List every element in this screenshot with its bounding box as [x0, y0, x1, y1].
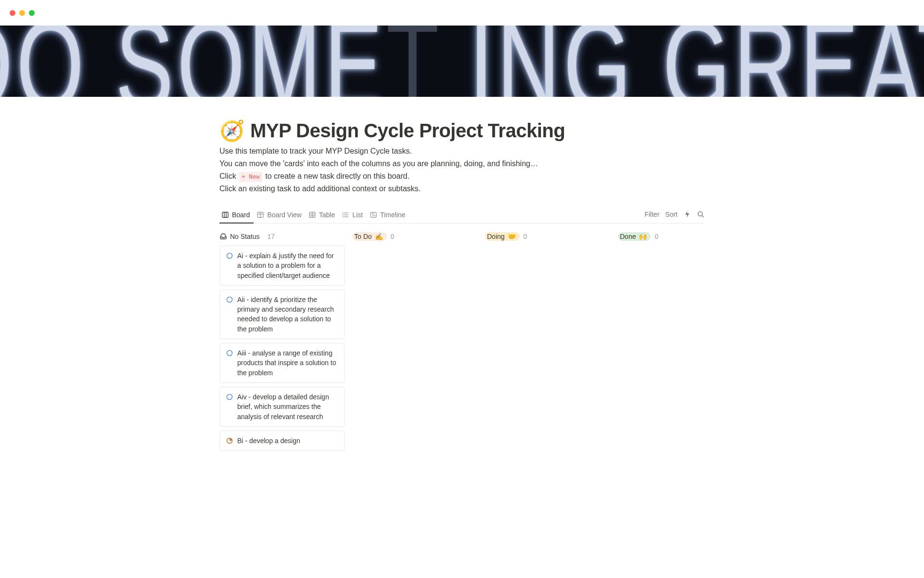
automations-icon[interactable] [683, 210, 691, 218]
tab-list-label: List [352, 211, 363, 219]
svg-point-22 [227, 297, 232, 302]
column-doing-count: 0 [524, 233, 527, 240]
page-emoji-icon[interactable]: 🧭 [219, 121, 244, 141]
handshake-icon: 🤝 [508, 233, 516, 240]
column-header-done[interactable]: Done 🙌 0 [618, 232, 743, 241]
card[interactable]: Aiv - develop a detailed design brief, w… [219, 387, 345, 427]
window-zoom-button[interactable] [29, 10, 35, 16]
column-no-status-label: No Status [230, 233, 259, 240]
view-actions: Filter Sort [644, 210, 705, 221]
writing-hand-icon: ✍️ [375, 233, 383, 240]
card[interactable]: Bi - develop a design [219, 431, 345, 451]
page-title-row: 🧭 MYP Design Cycle Project Tracking [219, 120, 705, 142]
tab-board-view-label: Board View [267, 211, 301, 219]
tab-timeline[interactable]: Timeline [368, 208, 409, 223]
progress-empty-icon [226, 349, 233, 357]
column-done-count: 0 [654, 233, 658, 240]
svg-point-13 [343, 213, 343, 213]
column-todo-label: To Do [354, 233, 372, 240]
svg-point-14 [343, 215, 343, 215]
svg-point-24 [227, 394, 232, 399]
column-todo-count: 0 [391, 233, 395, 240]
raised-hands-icon: 🙌 [639, 233, 647, 240]
column-done: Done 🙌 0 [618, 232, 743, 455]
column-header-doing[interactable]: Doing 🤝 0 [485, 232, 610, 241]
tab-timeline-label: Timeline [380, 211, 405, 219]
tab-table[interactable]: Table [307, 208, 339, 223]
svg-point-23 [227, 351, 232, 356]
column-header-todo[interactable]: To Do ✍️ 0 [352, 232, 477, 241]
window-titlebar [0, 0, 924, 26]
card-text: Bi - develop a design [237, 436, 300, 446]
board: No Status 17 Ai - explain & justify the … [219, 232, 705, 455]
board-icon [221, 211, 229, 219]
sort-button[interactable]: Sort [665, 210, 678, 218]
inbox-icon [219, 233, 227, 240]
filter-button[interactable]: Filter [644, 210, 659, 218]
table-icon [257, 211, 264, 219]
svg-point-19 [698, 211, 703, 216]
new-badge: + New [239, 172, 262, 182]
page-description-line-4: Click an existing task to add additional… [219, 183, 705, 195]
card-text: Ai - explain & justify the need for a so… [237, 251, 338, 280]
page-description-line-3: Click + New to create a new task directl… [219, 171, 705, 182]
column-header-no-status[interactable]: No Status 17 [219, 232, 345, 241]
search-icon[interactable] [697, 210, 705, 218]
column-no-status: No Status 17 Ai - explain & justify the … [219, 232, 345, 455]
page-description-line-1: Use this template to track your MYP Desi… [219, 145, 705, 157]
svg-point-15 [343, 217, 343, 217]
svg-rect-16 [371, 212, 376, 217]
tab-board-label: Board [232, 211, 250, 219]
svg-rect-0 [222, 212, 228, 218]
progress-empty-icon [226, 252, 233, 260]
column-done-label: Done [620, 233, 636, 240]
svg-line-20 [702, 215, 704, 217]
desc3-pre: Click [219, 172, 238, 180]
table-icon [308, 211, 316, 219]
card[interactable]: Aiii - analyse a range of existing produ… [219, 343, 345, 383]
page-description-line-2: You can move the 'cards' into each of th… [219, 158, 705, 170]
cover-neon-text: DO SOMET ING GREAT [0, 26, 924, 97]
column-doing: Doing 🤝 0 [485, 232, 610, 455]
progress-quarter-icon [226, 437, 233, 445]
window-close-button[interactable] [10, 10, 15, 16]
column-todo: To Do ✍️ 0 [352, 232, 477, 455]
tab-list[interactable]: List [340, 208, 367, 223]
timeline-icon [370, 211, 377, 219]
desc3-post: to create a new task directly on this bo… [263, 172, 410, 180]
window-minimize-button[interactable] [19, 10, 25, 16]
card-text: Aiv - develop a detailed design brief, w… [237, 392, 338, 421]
card[interactable]: Aii - identify & prioritize the primary … [219, 289, 345, 339]
column-no-status-count: 17 [267, 233, 275, 240]
list-icon [342, 211, 349, 219]
page-title[interactable]: MYP Design Cycle Project Tracking [250, 120, 565, 142]
card[interactable]: Ai - explain & justify the need for a so… [219, 246, 345, 286]
card-text: Aiii - analyse a range of existing produ… [237, 348, 338, 378]
progress-empty-icon [226, 296, 233, 303]
tab-board[interactable]: Board [219, 208, 254, 223]
page-cover[interactable]: DO SOMET ING GREAT [0, 26, 924, 97]
svg-point-21 [227, 253, 232, 259]
column-doing-label: Doing [487, 233, 505, 240]
tab-board-view[interactable]: Board View [255, 208, 305, 223]
progress-empty-icon [226, 393, 233, 401]
view-tabs: Board Board View Table List Timeline [219, 208, 409, 223]
card-text: Aii - identify & prioritize the primary … [237, 295, 338, 334]
tab-table-label: Table [319, 211, 335, 219]
views-bar: Board Board View Table List Timeline Fil… [219, 208, 705, 223]
